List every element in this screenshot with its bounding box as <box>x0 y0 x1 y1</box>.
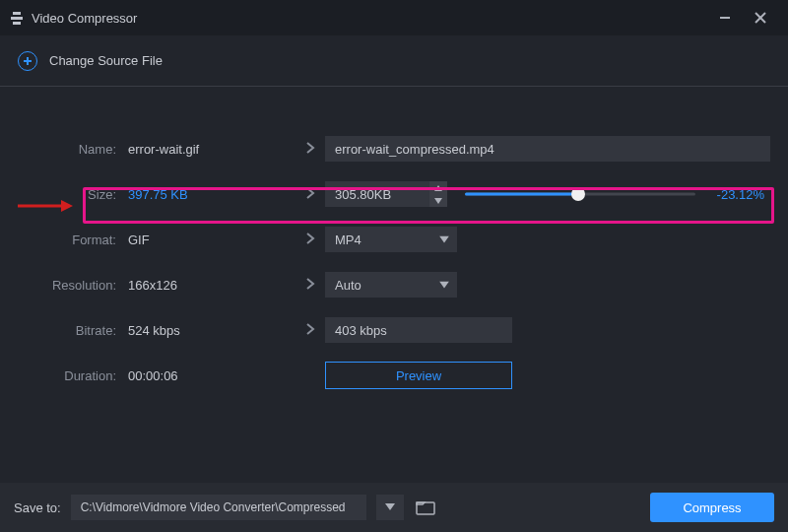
name-label: Name: <box>0 142 128 157</box>
bitrate-source-value: 524 kbps <box>128 323 296 338</box>
bitrate-label: Bitrate: <box>0 323 128 338</box>
minimize-button[interactable] <box>707 0 743 35</box>
duration-source-value: 00:00:06 <box>128 368 296 383</box>
resolution-row: Resolution: 166x126 Auto <box>0 262 788 307</box>
size-source-value: 397.75 KB <box>128 187 296 202</box>
chevron-right-icon <box>305 233 315 247</box>
close-button[interactable] <box>743 0 778 35</box>
format-source-value: GIF <box>128 233 296 247</box>
format-target-value: MP4 <box>335 233 361 247</box>
open-folder-button[interactable] <box>414 499 437 516</box>
svg-marker-8 <box>439 282 449 289</box>
size-step-up-button[interactable] <box>429 181 447 194</box>
size-percent-value: -23.12% <box>709 187 764 202</box>
duration-row: Duration: 00:00:06 Preview <box>0 353 788 398</box>
resolution-dropdown[interactable]: Auto <box>325 272 457 298</box>
save-to-label: Save to: <box>14 500 61 515</box>
preview-button[interactable]: Preview <box>325 362 512 389</box>
name-row: Name: error-wait.gif <box>0 126 788 171</box>
footer-bar: Save to: C:\Vidmore\Vidmore Video Conver… <box>0 483 788 532</box>
caret-down-icon <box>439 278 449 293</box>
name-source-value: error-wait.gif <box>128 142 296 157</box>
change-source-label[interactable]: Change Source File <box>49 53 163 68</box>
chevron-right-icon <box>305 187 315 202</box>
chevron-right-icon <box>305 323 315 338</box>
size-slider-thumb[interactable] <box>571 187 585 201</box>
resolution-source-value: 166x126 <box>128 278 296 293</box>
size-row: Size: 397.75 KB 305.80KB -23.12% <box>0 171 788 217</box>
bitrate-target-input[interactable] <box>325 317 512 343</box>
output-name-input[interactable] <box>325 136 770 162</box>
bitrate-row: Bitrate: 524 kbps <box>0 307 788 353</box>
svg-marker-7 <box>439 236 449 243</box>
app-title: Video Compressor <box>32 11 137 26</box>
save-path-value: C:\Vidmore\Vidmore Video Converter\Compr… <box>81 500 346 514</box>
format-row: Format: GIF MP4 <box>0 217 788 262</box>
size-slider-fill <box>465 193 578 196</box>
change-source-row: Change Source File <box>0 35 788 87</box>
resolution-target-value: Auto <box>335 278 361 293</box>
svg-marker-11 <box>385 503 395 510</box>
add-source-icon[interactable] <box>18 51 37 71</box>
size-step-down-button[interactable] <box>429 194 447 207</box>
format-label: Format: <box>0 233 128 247</box>
settings-form: Name: error-wait.gif Size: 397.75 KB 305… <box>0 87 788 398</box>
chevron-right-icon <box>305 278 315 293</box>
save-path-dropdown[interactable] <box>376 495 404 520</box>
resolution-label: Resolution: <box>0 278 128 293</box>
save-path-box[interactable]: C:\Vidmore\Vidmore Video Converter\Compr… <box>71 495 366 520</box>
format-dropdown[interactable]: MP4 <box>325 227 457 252</box>
duration-label: Duration: <box>0 368 128 383</box>
compress-button[interactable]: Compress <box>650 493 774 522</box>
svg-marker-5 <box>434 185 442 191</box>
chevron-right-icon <box>305 142 315 157</box>
size-label: Size: <box>0 187 128 202</box>
size-target-spinner[interactable]: 305.80KB <box>325 181 447 207</box>
app-logo-icon <box>10 11 24 25</box>
svg-marker-6 <box>434 198 442 204</box>
caret-down-icon <box>439 233 449 247</box>
size-slider[interactable] <box>465 186 695 202</box>
title-bar: Video Compressor <box>0 0 788 35</box>
size-target-value: 305.80KB <box>335 187 391 202</box>
